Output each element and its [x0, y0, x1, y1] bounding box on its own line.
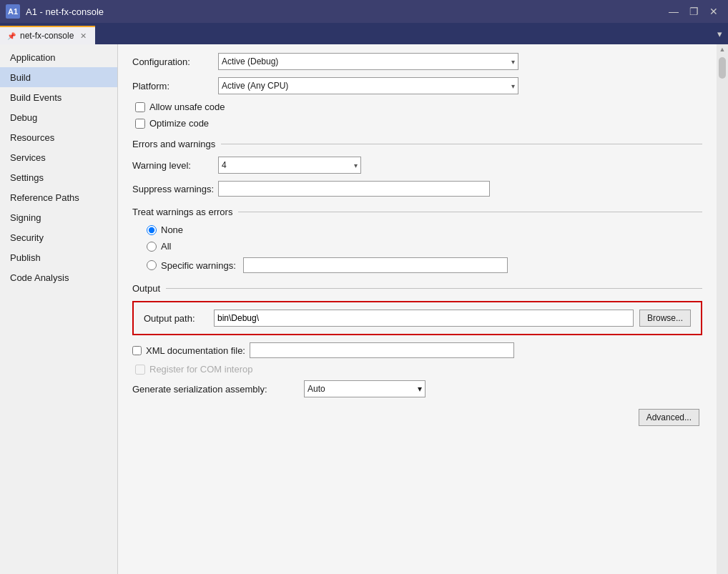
bottom-area: Advanced...	[132, 409, 702, 426]
content-wrapper: Configuration: Active (Debug) ▾ Platform…	[118, 44, 728, 574]
main-layout: Application Build Build Events Debug Res…	[0, 44, 728, 574]
sidebar-item-reference-paths[interactable]: Reference Paths	[0, 187, 117, 207]
window-controls: — ❐ ✕	[665, 4, 722, 19]
close-button[interactable]: ✕	[705, 4, 722, 19]
app-icon: A1	[6, 4, 20, 19]
treat-warnings-title: Treat warnings as errors	[132, 207, 232, 217]
warning-level-label: Warning level:	[132, 160, 218, 171]
com-interop-label: Register for COM interop	[149, 364, 253, 375]
allow-unsafe-code-row: Allow unsafe code	[132, 102, 702, 112]
tab-close-button[interactable]: ✕	[78, 31, 88, 41]
divider-line-1	[221, 144, 702, 144]
allow-unsafe-code-label: Allow unsafe code	[149, 102, 225, 112]
title-bar: A1 A1 - net-fx-console — ❐ ✕	[0, 0, 728, 23]
tab-pin-icon: 📌	[7, 32, 16, 40]
platform-label: Platform:	[132, 81, 218, 91]
gen-serial-value: Auto	[308, 384, 325, 394]
gen-serial-select[interactable]: Auto ▾	[304, 380, 426, 397]
optimize-code-row: Optimize code	[132, 118, 702, 129]
scrollbar[interactable]: ▲	[717, 44, 728, 574]
sidebar-item-application[interactable]: Application	[0, 47, 117, 67]
treat-warnings-all-radio[interactable]	[147, 242, 157, 252]
warning-level-arrow-icon: ▾	[354, 162, 358, 169]
sidebar-item-build-events[interactable]: Build Events	[0, 87, 117, 107]
sidebar-item-services[interactable]: Services	[0, 147, 117, 167]
treat-warnings-none-row: None	[132, 224, 702, 235]
output-section: Output path: Browse...	[132, 301, 702, 335]
configuration-label: Configuration:	[132, 56, 218, 67]
treat-warnings-all-row: All	[132, 241, 702, 252]
sidebar: Application Build Build Events Debug Res…	[0, 44, 118, 574]
sidebar-item-resources[interactable]: Resources	[0, 127, 117, 147]
platform-arrow-icon: ▾	[511, 82, 515, 90]
tab-net-fx-console[interactable]: 📌 net-fx-console ✕	[0, 26, 95, 44]
configuration-select[interactable]: Active (Debug) ▾	[218, 53, 518, 70]
platform-row: Platform: Active (Any CPU) ▾	[132, 77, 702, 94]
treat-warnings-specific-row: Specific warnings:	[132, 257, 702, 273]
output-path-input[interactable]	[214, 310, 634, 327]
divider-line-2	[238, 212, 702, 212]
gen-serial-label: Generate serialization assembly:	[132, 384, 304, 395]
scrollbar-thumb[interactable]	[719, 57, 726, 79]
suppress-warnings-row: Suppress warnings:	[132, 181, 702, 197]
suppress-warnings-input[interactable]	[218, 181, 490, 197]
xml-doc-label: XML documentation file:	[146, 345, 245, 356]
warning-level-select[interactable]: 4 ▾	[218, 157, 361, 174]
xml-doc-row: XML documentation file:	[132, 342, 702, 358]
gen-serial-row: Generate serialization assembly: Auto ▾	[132, 380, 702, 397]
divider-line-3	[166, 288, 702, 289]
sidebar-item-build[interactable]: Build	[0, 67, 117, 87]
window-title: A1 - net-fx-console	[26, 6, 659, 17]
optimize-code-label: Optimize code	[149, 118, 209, 129]
advanced-button[interactable]: Advanced...	[639, 409, 699, 426]
errors-warnings-divider: Errors and warnings	[132, 139, 702, 149]
com-interop-row: Register for COM interop	[132, 364, 702, 375]
sidebar-item-publish[interactable]: Publish	[0, 247, 117, 267]
configuration-row: Configuration: Active (Debug) ▾	[132, 53, 702, 70]
sidebar-item-code-analysis[interactable]: Code Analysis	[0, 267, 117, 287]
treat-warnings-divider: Treat warnings as errors	[132, 207, 702, 217]
xml-doc-input[interactable]	[250, 342, 514, 358]
treat-warnings-none-label: None	[161, 224, 183, 235]
allow-unsafe-code-checkbox[interactable]	[135, 102, 145, 112]
gen-serial-arrow-icon: ▾	[418, 384, 422, 394]
treat-warnings-specific-radio[interactable]	[147, 260, 157, 270]
output-path-label: Output path:	[144, 313, 208, 324]
content-area: Configuration: Active (Debug) ▾ Platform…	[118, 44, 717, 574]
suppress-warnings-label: Suppress warnings:	[132, 184, 218, 194]
platform-select[interactable]: Active (Any CPU) ▾	[218, 77, 518, 94]
specific-warnings-input[interactable]	[243, 257, 508, 273]
scroll-top-arrow[interactable]: ▲	[718, 44, 727, 54]
sidebar-item-security[interactable]: Security	[0, 227, 117, 247]
minimize-button[interactable]: —	[665, 4, 682, 19]
errors-warnings-title: Errors and warnings	[132, 139, 215, 149]
configuration-value: Active (Debug)	[222, 56, 278, 66]
configuration-arrow-icon: ▾	[511, 58, 515, 66]
tab-label: net-fx-console	[20, 31, 74, 41]
warning-level-value: 4	[222, 160, 227, 170]
maximize-button[interactable]: ❐	[685, 4, 702, 19]
treat-warnings-none-radio[interactable]	[147, 225, 157, 235]
output-path-row: Output path: Browse...	[144, 310, 691, 327]
warning-level-row: Warning level: 4 ▾	[132, 157, 702, 174]
output-title: Output	[132, 283, 160, 294]
com-interop-checkbox	[135, 365, 145, 375]
treat-warnings-all-label: All	[161, 241, 171, 252]
tab-overflow-arrow[interactable]: ▾	[712, 29, 728, 39]
platform-value: Active (Any CPU)	[222, 81, 288, 91]
browse-button[interactable]: Browse...	[639, 310, 691, 327]
tab-bar: 📌 net-fx-console ✕ ▾	[0, 23, 728, 44]
sidebar-item-debug[interactable]: Debug	[0, 107, 117, 127]
treat-warnings-specific-label: Specific warnings:	[161, 260, 236, 271]
optimize-code-checkbox[interactable]	[135, 119, 145, 129]
xml-doc-checkbox[interactable]	[132, 346, 142, 355]
sidebar-item-settings[interactable]: Settings	[0, 167, 117, 187]
output-divider: Output	[132, 283, 702, 294]
sidebar-item-signing[interactable]: Signing	[0, 207, 117, 227]
